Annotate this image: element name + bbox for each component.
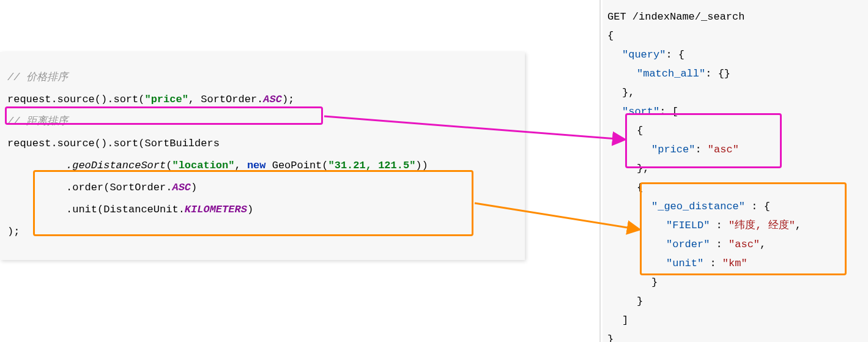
java-close-paren: ); [7, 221, 517, 243]
java-distance-sort-open: request.source().sort(SortBuilders [7, 133, 517, 155]
java-price-sort-line: request.source().sort("price", SortOrder… [7, 89, 517, 111]
panel-divider [599, 0, 601, 342]
json-sort-item1-open: { [607, 121, 864, 140]
comment-price-sort: // 价格排序 [7, 67, 517, 89]
comment-distance-sort: // 距离排序 [7, 111, 517, 133]
java-order-line: .order(SortOrder.ASC) [7, 177, 517, 199]
json-sort-open: "sort": [ [607, 102, 864, 121]
json-query-open: "query": { [607, 45, 864, 64]
json-geo-distance-open: "_geo_distance" : { [607, 197, 864, 216]
json-unit-line: "unit" : "km" [607, 254, 864, 273]
json-query-close: }, [607, 83, 864, 102]
java-geo-distance-line: .geoDistanceSort("location", new GeoPoin… [7, 155, 517, 177]
json-sort-item2-close: } [607, 292, 864, 311]
json-brace-close: } [607, 330, 864, 342]
json-field-line: "FIELD" : "纬度, 经度", [607, 216, 864, 235]
java-unit-line: .unit(DistanceUnit.KILOMETERS) [7, 199, 517, 221]
java-code-panel: // 价格排序 request.source().sort("price", S… [0, 52, 525, 260]
json-match-all: "match_all": {} [607, 64, 864, 83]
json-geo-distance-close: } [607, 273, 864, 292]
json-brace-open: { [607, 26, 864, 45]
json-sort-item1-close: }, [607, 159, 864, 178]
json-sort-close: ] [607, 311, 864, 330]
json-order-line: "order" : "asc", [607, 235, 864, 254]
json-request-line: GET /indexName/_search [607, 7, 864, 26]
json-code-panel: GET /indexName/_search { "query": { "mat… [603, 0, 868, 342]
json-sort-item2-open: { [607, 178, 864, 197]
json-price-sort: "price": "asc" [607, 140, 864, 159]
